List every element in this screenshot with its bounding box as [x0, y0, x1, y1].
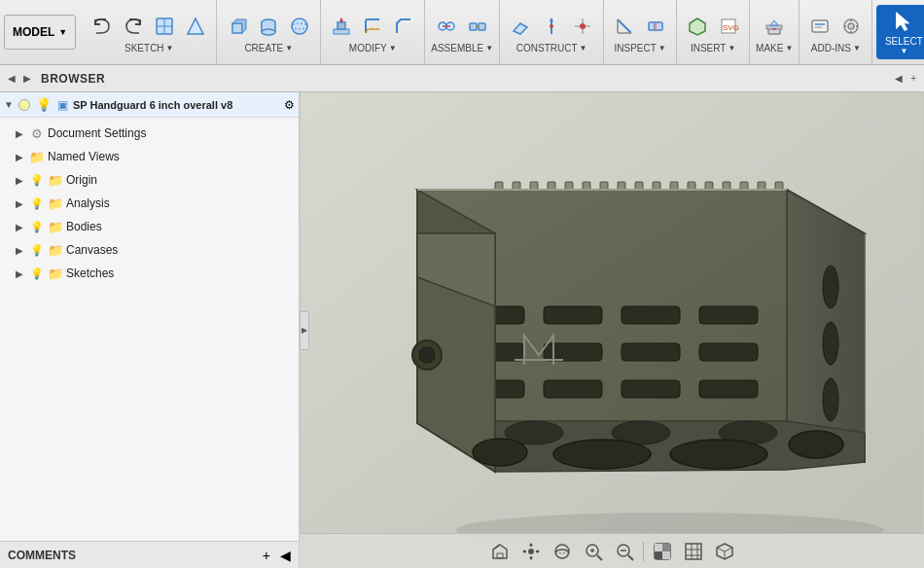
undo-button[interactable]: [88, 12, 117, 41]
svg-rect-60: [530, 182, 538, 190]
model-dropdown[interactable]: MODEL ▼: [4, 15, 76, 50]
sidebar-item-named-views[interactable]: ▶ 📁 Named Views: [0, 145, 299, 168]
inspect-interference-button[interactable]: [641, 12, 670, 41]
pan-button[interactable]: [518, 539, 544, 564]
origin-folder-icon: 📁: [48, 172, 63, 188]
svg-marker-25: [550, 18, 553, 21]
sidebar-item-document-settings[interactable]: ▶ ⚙ Document Settings: [0, 122, 299, 145]
folder-icon: 📁: [29, 149, 45, 164]
svg-rect-105: [544, 380, 602, 398]
viewport[interactable]: ▶: [300, 92, 924, 568]
home-view-button[interactable]: [487, 539, 513, 564]
construct-label[interactable]: CONSTRUCT ▼: [516, 43, 587, 53]
construct-axis-button[interactable]: [537, 12, 566, 41]
sidebar-resize-handle[interactable]: ▶: [300, 311, 309, 350]
named-views-label: Named Views: [48, 150, 120, 163]
document-settings-label: Document Settings: [48, 126, 146, 140]
sidebar-item-origin[interactable]: ▶ 💡 📁 Origin: [0, 168, 299, 192]
visibility-icon[interactable]: [18, 97, 33, 113]
bodies-folder-icon: 📁: [48, 219, 63, 234]
sketches-folder-icon: 📁: [48, 266, 63, 281]
create-box-button[interactable]: [223, 12, 252, 41]
svg-rect-98: [622, 306, 680, 324]
insert-label[interactable]: INSERT ▼: [691, 43, 735, 53]
svg-point-110: [823, 378, 838, 421]
main-area: ▼ 💡 ▣ SP Handguard 6 inch overall v8 ⚙ ▶…: [0, 92, 924, 568]
redo-button[interactable]: [119, 12, 148, 41]
inspect-measure-button[interactable]: [610, 12, 639, 41]
forward-arrow[interactable]: ▶: [21, 71, 33, 86]
construct-point-button[interactable]: [568, 12, 597, 41]
sketches-arrow: ▶: [16, 268, 29, 279]
svg-marker-135: [537, 550, 540, 553]
grid-toggle-button[interactable]: [681, 539, 706, 564]
panel-collapse-arrow[interactable]: ◀: [893, 71, 905, 86]
sidebar-item-sketches[interactable]: ▶ 💡 📁 Sketches: [0, 262, 299, 285]
svg-rect-62: [565, 182, 573, 190]
svg-point-108: [823, 266, 838, 308]
analysis-visibility-icon[interactable]: 💡: [29, 195, 45, 211]
svg-rect-146: [662, 544, 670, 551]
canvases-visibility-icon[interactable]: 💡: [29, 242, 45, 258]
comments-plus-button[interactable]: +: [263, 548, 270, 563]
sidebar-item-canvases[interactable]: ▶ 💡 📁 Canvases: [0, 238, 299, 262]
modify-chamfer-button[interactable]: [389, 12, 418, 41]
bodies-label: Bodies: [66, 220, 102, 233]
back-arrow[interactable]: ◀: [6, 71, 18, 86]
modify-fillet-button[interactable]: [358, 12, 387, 41]
named-views-arrow: ▶: [16, 152, 29, 162]
lightbulb-icon[interactable]: 💡: [36, 97, 52, 113]
sketches-visibility-icon[interactable]: 💡: [29, 266, 45, 281]
zoom-window-button[interactable]: [581, 539, 606, 564]
assemble-label[interactable]: ASSEMBLE ▼: [431, 43, 493, 53]
svg-rect-20: [470, 23, 477, 30]
root-settings-icon[interactable]: ⚙: [284, 98, 295, 112]
sidebar-item-bodies[interactable]: ▶ 💡 📁 Bodies: [0, 215, 299, 238]
select-button[interactable]: SELECT ▼: [876, 5, 924, 59]
addins-scripts-button[interactable]: [805, 12, 835, 41]
display-mode-button[interactable]: [650, 539, 675, 564]
svg-point-119: [473, 439, 527, 466]
sidebar-item-analysis[interactable]: ▶ 💡 📁 Analysis: [0, 192, 299, 215]
svg-point-49: [848, 23, 854, 29]
svg-point-136: [555, 545, 569, 558]
create-cylinder-button[interactable]: [254, 12, 283, 41]
addins-manager-button[interactable]: [836, 12, 866, 41]
sketch-label[interactable]: SKETCH ▼: [124, 43, 173, 53]
svg-line-156: [725, 548, 732, 551]
create-sketch-button[interactable]: [181, 12, 210, 41]
insert-mesh-button[interactable]: [683, 12, 712, 41]
sketch-button[interactable]: [150, 12, 179, 41]
viewcube-toggle-button[interactable]: [712, 539, 737, 564]
make-3dprint-button[interactable]: [760, 12, 789, 41]
orbit-button[interactable]: [550, 539, 575, 564]
root-tree-item[interactable]: ▼ 💡 ▣ SP Handguard 6 inch overall v8 ⚙: [0, 92, 299, 118]
modify-label[interactable]: MODIFY ▼: [349, 43, 397, 53]
create-label[interactable]: CREATE ▼: [244, 43, 293, 53]
svg-point-120: [553, 440, 651, 469]
bodies-arrow: ▶: [16, 222, 29, 232]
comments-expand-button[interactable]: ◀: [280, 548, 291, 563]
modify-press-pull-button[interactable]: [327, 12, 356, 41]
tabbar: ◀ ▶ BROWSER ◀ +: [0, 65, 924, 92]
insert-svg-button[interactable]: SVG: [714, 12, 743, 41]
inspect-label[interactable]: INSPECT ▼: [614, 43, 665, 53]
create-section: CREATE ▼: [217, 0, 321, 65]
assemble-joint-button[interactable]: [432, 12, 461, 41]
addins-label[interactable]: ADD-INS ▼: [811, 43, 861, 53]
panel-plus[interactable]: +: [908, 71, 918, 86]
construct-plane-button[interactable]: [506, 12, 535, 41]
3d-model-view: [300, 92, 924, 568]
bodies-visibility-icon[interactable]: 💡: [29, 219, 45, 234]
svg-rect-59: [513, 182, 520, 190]
make-label[interactable]: MAKE ▼: [756, 43, 793, 53]
doc-settings-arrow: ▶: [16, 128, 29, 139]
origin-visibility-icon[interactable]: 💡: [29, 172, 45, 188]
root-collapse-arrow[interactable]: ▼: [4, 99, 18, 110]
assemble-rigid-button[interactable]: [463, 12, 492, 41]
svg-rect-61: [548, 182, 555, 190]
svg-rect-70: [705, 182, 713, 190]
separator-1: [643, 542, 644, 561]
zoom-fit-button[interactable]: [612, 539, 637, 564]
create-sphere-button[interactable]: [285, 12, 314, 41]
